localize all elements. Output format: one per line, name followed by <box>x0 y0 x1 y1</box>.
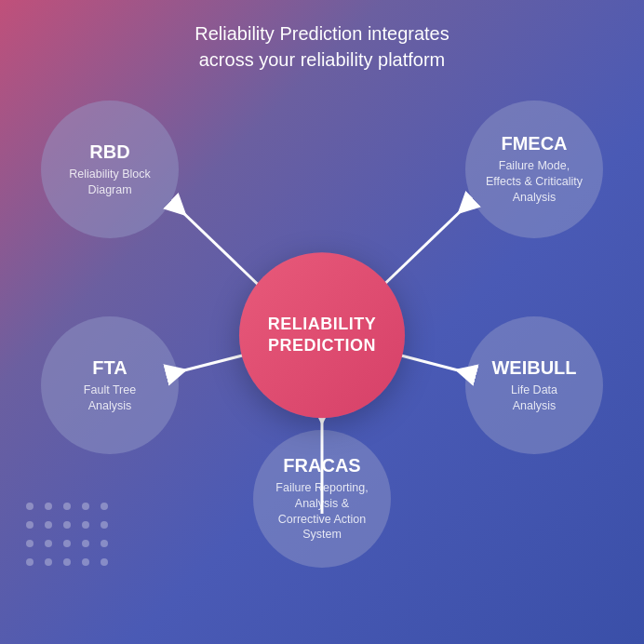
title-line1: Reliability Prediction integrates <box>195 23 449 44</box>
dot <box>82 558 89 566</box>
fracas-subtitle: Failure Reporting,Analysis &Corrective A… <box>275 480 368 543</box>
arrow-fmeca <box>374 207 465 294</box>
dot <box>101 540 108 547</box>
fracas-title: FRACAS <box>283 455 360 476</box>
dot <box>45 540 52 547</box>
dot <box>82 521 89 529</box>
dot <box>45 503 52 510</box>
dot <box>26 503 34 510</box>
satellite-fmeca: FMECA Failure Mode,Effects & Criticality… <box>465 101 603 238</box>
dot <box>45 558 52 566</box>
satellite-rbd: RBD Reliability BlockDiagram <box>41 101 179 238</box>
fta-subtitle: Fault TreeAnalysis <box>84 382 136 414</box>
dot <box>101 503 108 510</box>
weibull-title: WEIBULL <box>491 357 576 379</box>
dot <box>101 521 108 529</box>
weibull-subtitle: Life DataAnalysis <box>511 382 557 414</box>
dot <box>101 558 108 566</box>
title-line2: across your reliability platform <box>199 49 446 70</box>
dot <box>45 521 52 529</box>
fmeca-subtitle: Failure Mode,Effects & CriticalityAnalys… <box>486 158 583 206</box>
satellite-weibull: WEIBULL Life DataAnalysis <box>465 316 603 454</box>
center-label: RELIABILITYPREDICTION <box>268 314 377 357</box>
rbd-subtitle: Reliability BlockDiagram <box>69 167 151 198</box>
title-text: Reliability Prediction integrates across… <box>0 20 644 73</box>
dot <box>82 503 89 510</box>
rbd-title: RBD <box>89 141 129 163</box>
title-block: Reliability Prediction integrates across… <box>0 20 644 73</box>
satellite-fta: FTA Fault TreeAnalysis <box>41 316 179 454</box>
dot <box>63 540 71 547</box>
dot <box>63 521 71 529</box>
fta-title: FTA <box>92 357 127 379</box>
arrow-rbd <box>179 208 270 296</box>
app-container: Reliability Prediction integrates across… <box>0 0 644 644</box>
dot <box>63 503 71 510</box>
dot <box>26 540 34 547</box>
dots-decoration <box>26 503 112 570</box>
satellite-fracas: FRACAS Failure Reporting,Analysis &Corre… <box>253 430 391 568</box>
dot <box>26 558 34 566</box>
center-circle: RELIABILITYPREDICTION <box>239 252 405 418</box>
dot <box>63 558 71 566</box>
dot <box>26 521 34 529</box>
dot <box>82 540 89 547</box>
fmeca-title: FMECA <box>501 133 567 154</box>
